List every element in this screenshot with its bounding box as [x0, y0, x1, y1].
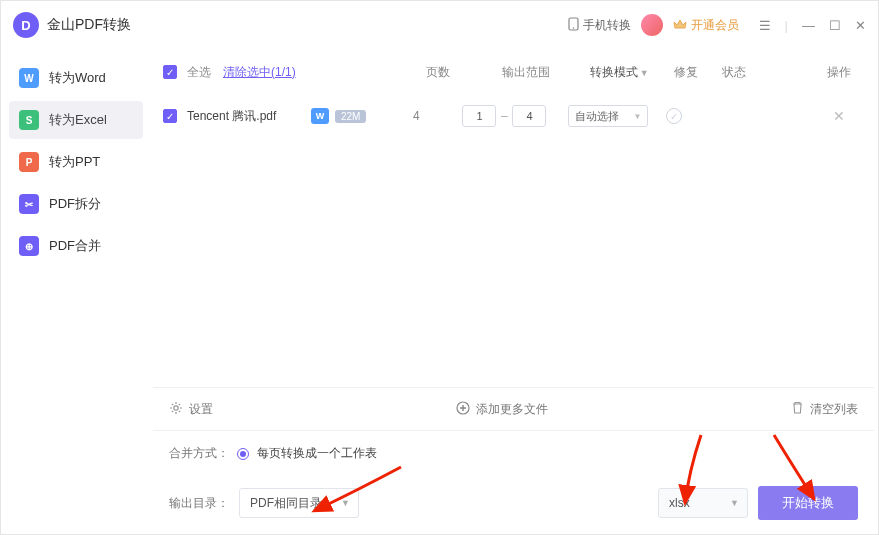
plus-circle-icon — [456, 401, 470, 418]
sidebar-item-word[interactable]: W 转为Word — [9, 59, 143, 97]
gear-icon — [169, 401, 183, 418]
table-header: ✓ 全选 清除选中(1/1) 页数 输出范围 转换模式▼ 修复 状态 操作 — [153, 49, 874, 95]
titlebar: D 金山PDF转换 手机转换 开通会员 ☰ | — ☐ ✕ — [1, 1, 878, 49]
file-size-badge: 22M — [335, 110, 366, 123]
svg-point-1 — [572, 27, 574, 29]
sidebar-item-excel[interactable]: S 转为Excel — [9, 101, 143, 139]
add-more-files-button[interactable]: 添加更多文件 — [456, 401, 548, 418]
range-group: – — [444, 105, 564, 127]
trash-icon — [791, 401, 804, 418]
file-name: Tencent 腾讯.pdf — [187, 108, 307, 125]
file-row: ✓ Tencent 腾讯.pdf W 22M 4 – 自动选择 ▼ ✓ ✕ — [153, 95, 874, 137]
mode-select[interactable]: 自动选择 ▼ — [568, 105, 648, 127]
merge-radio[interactable] — [237, 448, 249, 460]
sidebar-item-ppt[interactable]: P 转为PPT — [9, 143, 143, 181]
sidebar-item-merge[interactable]: ⊕ PDF合并 — [9, 227, 143, 265]
vip-label: 开通会员 — [691, 17, 739, 34]
th-range: 输出范围 — [466, 64, 586, 81]
chevron-down-icon: ▼ — [730, 498, 739, 508]
chevron-down-icon: ▼ — [341, 498, 350, 508]
output-dir-select[interactable]: PDF相同目录 ▼ — [239, 488, 359, 518]
minimize-button[interactable]: — — [802, 18, 815, 33]
ppt-icon: P — [19, 152, 39, 172]
app-logo-icon: D — [13, 12, 39, 38]
phone-icon — [568, 17, 579, 34]
clear-list-button[interactable]: 清空列表 — [791, 401, 858, 418]
th-repair: 修复 — [674, 64, 718, 81]
word-icon: W — [19, 68, 39, 88]
sidebar: W 转为Word S 转为Excel P 转为PPT ✂ PDF拆分 ⊕ PDF… — [1, 49, 151, 535]
range-to-input[interactable] — [512, 105, 546, 127]
sidebar-item-split[interactable]: ✂ PDF拆分 — [9, 185, 143, 223]
start-convert-button[interactable]: 开始转换 — [758, 486, 858, 520]
excel-icon: S — [19, 110, 39, 130]
bottom-panel: 合并方式： 每页转换成一个工作表 输出目录： PDF相同目录 ▼ xlsx ▼ … — [153, 431, 874, 535]
merge-option-label: 每页转换成一个工作表 — [257, 445, 377, 462]
sidebar-item-label: PDF合并 — [49, 237, 101, 255]
split-icon: ✂ — [19, 194, 39, 214]
close-button[interactable]: ✕ — [855, 18, 866, 33]
list-toolbar: 设置 添加更多文件 清空列表 — [153, 387, 874, 431]
maximize-button[interactable]: ☐ — [829, 18, 841, 33]
mobile-convert-label: 手机转换 — [583, 17, 631, 34]
select-all-checkbox[interactable]: ✓ — [163, 65, 177, 79]
range-from-input[interactable] — [462, 105, 496, 127]
chevron-down-icon: ▼ — [640, 68, 649, 78]
repair-icon[interactable]: ✓ — [666, 108, 682, 124]
select-all-label: 全选 — [187, 64, 211, 81]
th-pages: 页数 — [414, 64, 462, 81]
format-select[interactable]: xlsx ▼ — [658, 488, 748, 518]
chevron-down-icon: ▼ — [634, 112, 642, 121]
sidebar-item-label: 转为PPT — [49, 153, 100, 171]
th-mode-dropdown[interactable]: 转换模式▼ — [590, 64, 670, 81]
file-type-icon: W — [311, 108, 329, 124]
mobile-convert-link[interactable]: 手机转换 — [568, 17, 631, 34]
row-remove-button[interactable]: ✕ — [814, 108, 864, 124]
app-title: 金山PDF转换 — [47, 16, 568, 34]
sidebar-item-label: 转为Word — [49, 69, 106, 87]
svg-point-2 — [174, 405, 178, 409]
crown-icon — [673, 18, 687, 33]
user-avatar[interactable] — [641, 14, 663, 36]
clear-selection-link[interactable]: 清除选中(1/1) — [223, 64, 296, 81]
menu-icon[interactable]: ☰ — [759, 18, 771, 33]
th-ops: 操作 — [814, 64, 864, 81]
th-status: 状态 — [722, 64, 766, 81]
merge-label: 合并方式： — [169, 445, 229, 462]
sidebar-item-label: PDF拆分 — [49, 195, 101, 213]
output-label: 输出目录： — [169, 495, 229, 512]
row-checkbox[interactable]: ✓ — [163, 109, 177, 123]
sidebar-item-label: 转为Excel — [49, 111, 107, 129]
settings-button[interactable]: 设置 — [169, 401, 213, 418]
merge-icon: ⊕ — [19, 236, 39, 256]
file-pages: 4 — [392, 109, 440, 123]
vip-link[interactable]: 开通会员 — [673, 17, 739, 34]
